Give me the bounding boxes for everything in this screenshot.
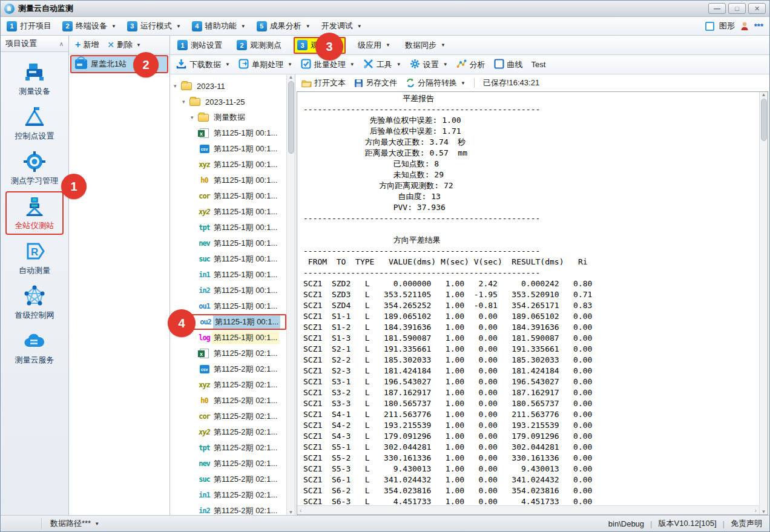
tree-file-item[interactable]: 第1125-1期 00:1... bbox=[174, 125, 286, 141]
tree-folder[interactable]: ▾2023-11 bbox=[174, 78, 286, 94]
tree-file-item[interactable]: in2第1125-2期 02:1... bbox=[174, 503, 286, 515]
tab-5[interactable]: 数据同步▼ bbox=[403, 38, 448, 53]
report-hscrollbar[interactable]: ‹ › bbox=[297, 505, 759, 514]
separator-convert-button[interactable]: 分隔符转换 ▼ bbox=[406, 77, 466, 88]
menu-item-label: 辅助功能 bbox=[205, 21, 237, 31]
save-as-button[interactable]: 另存文件 bbox=[354, 77, 397, 88]
scroll-right-icon[interactable]: › bbox=[755, 507, 757, 514]
scroll-down-icon[interactable]: ▼ bbox=[762, 509, 766, 514]
tab-number-badge: 3 bbox=[297, 40, 308, 50]
app-title: 测量云自动监测 bbox=[18, 3, 73, 14]
sidebar-header[interactable]: 项目设置 ∧ bbox=[1, 36, 68, 52]
sidebar-item-2[interactable]: 控制点设置 bbox=[5, 102, 64, 145]
chevron-down-icon: ▼ bbox=[288, 62, 292, 67]
expand-arrow-icon[interactable]: ▾ bbox=[174, 83, 181, 89]
status-bar: 数据路径*** ▼ bin\Debug|版本V10.12[105]|免责声明 bbox=[1, 515, 769, 531]
status-separator: | bbox=[723, 519, 725, 528]
add-station-button[interactable]: + 新增 bbox=[75, 39, 99, 50]
sidebar-item-5[interactable]: R自动测量 bbox=[5, 236, 64, 280]
tree-file-item[interactable]: tpt第1125-1期 00:1... bbox=[174, 220, 286, 235]
tree-file-item[interactable]: h0第1125-2期 02:1... bbox=[174, 393, 286, 409]
report-text[interactable]: 平差报告 -----------------------------------… bbox=[297, 92, 759, 505]
tree-file-item[interactable]: nev第1125-2期 02:1... bbox=[174, 456, 286, 471]
tree-file-item[interactable]: xyz第1125-2期 02:1... bbox=[174, 377, 286, 393]
expand-arrow-icon[interactable]: ▾ bbox=[191, 114, 198, 120]
filetype-text-icon: ou2 bbox=[200, 317, 211, 327]
tree-file-item[interactable]: xy2第1125-2期 02:1... bbox=[174, 424, 286, 440]
toolbar-button-2[interactable]: 单期处理▼ bbox=[239, 59, 292, 71]
graph-checkbox[interactable] bbox=[705, 22, 714, 31]
menu-item-3[interactable]: 3运行模式▼ bbox=[127, 21, 181, 31]
scroll-down-icon[interactable]: ▼ bbox=[289, 510, 294, 515]
tree-file-item[interactable]: cor第1125-2期 02:1... bbox=[174, 409, 286, 424]
tree-file-item[interactable]: in1第1125-2期 02:1... bbox=[174, 487, 286, 503]
menu-item-5[interactable]: 5成果分析▼ bbox=[257, 21, 311, 31]
expand-arrow-icon[interactable]: ▾ bbox=[182, 99, 189, 105]
minimize-button[interactable]: — bbox=[708, 3, 726, 14]
toolbar-button-label: 下载数据 bbox=[189, 59, 221, 70]
scroll-left-icon[interactable]: ‹ bbox=[300, 507, 301, 514]
user-label[interactable]: *** bbox=[754, 22, 763, 31]
tree-file-item[interactable]: csv第1125-1期 00:1... bbox=[174, 141, 286, 157]
cloud-icon bbox=[23, 330, 46, 353]
tree-file-item[interactable]: nev第1125-1期 00:1... bbox=[174, 235, 286, 251]
open-text-button[interactable]: 打开文本 bbox=[301, 77, 346, 88]
toolbar-button-label: 设置 bbox=[423, 59, 439, 70]
chevron-down-icon: ▼ bbox=[241, 24, 246, 29]
tab-1[interactable]: 1测站设置 bbox=[175, 38, 225, 53]
tree-folder[interactable]: ▾2023-11-25 bbox=[174, 94, 286, 110]
toolbar-button-8[interactable]: Test bbox=[531, 60, 546, 69]
sidebar-item-1[interactable]: 测量设备 bbox=[5, 57, 64, 100]
tree-file-item[interactable]: xy2第1125-1期 00:1... bbox=[174, 204, 286, 220]
sidebar-item-6[interactable]: 首级控制网 bbox=[5, 281, 64, 324]
delete-station-button[interactable]: ✕ 删除 ▼ bbox=[107, 39, 141, 50]
menu-item-6[interactable]: 开发调试▼ bbox=[321, 21, 362, 31]
convert-icon bbox=[406, 78, 415, 88]
close-button[interactable]: ✕ bbox=[748, 3, 766, 14]
scroll-up-icon[interactable]: ▲ bbox=[762, 92, 766, 97]
maximize-button[interactable]: □ bbox=[728, 3, 746, 14]
tree-file-item[interactable]: csv第1125-2期 02:1... bbox=[174, 361, 286, 377]
disclaimer-link[interactable]: 免责声明 bbox=[731, 518, 762, 529]
chevron-down-icon: ▼ bbox=[306, 24, 311, 29]
toolbar-button-5[interactable]: 设置▼ bbox=[410, 59, 448, 71]
chevron-down-icon: ▼ bbox=[441, 42, 446, 48]
tree-file-item[interactable]: in2第1125-1期 00:1... bbox=[174, 283, 286, 298]
scroll-up-icon[interactable]: ▲ bbox=[289, 74, 294, 80]
tree-folder[interactable]: ▾测量数据 bbox=[174, 110, 286, 125]
tab-2[interactable]: 2观测测点 bbox=[234, 38, 284, 53]
file-label: 第1125-2期 02:1... bbox=[212, 394, 279, 407]
tree-file-item[interactable]: 第1125-2期 02:1... bbox=[174, 346, 286, 361]
tree-file-item[interactable]: in1第1125-1期 00:1... bbox=[174, 267, 286, 283]
sidebar-item-4[interactable]: 全站仪测站 bbox=[5, 191, 64, 235]
tree-file-item[interactable]: ou1第1125-1期 00:1... bbox=[174, 298, 286, 314]
report-scrollbar[interactable]: ▲ ▼ bbox=[759, 92, 768, 514]
menu-item-1[interactable]: 1打开项目 bbox=[7, 21, 51, 31]
tree-file-item[interactable]: suc第1125-2期 02:1... bbox=[174, 471, 286, 487]
tree-file-item[interactable]: tpt第1125-2期 02:1... bbox=[174, 440, 286, 456]
tree-scrollbar[interactable]: ▲ ▼ bbox=[286, 74, 295, 515]
excel-file-icon bbox=[199, 349, 209, 359]
menu-item-2[interactable]: 2终端设备▼ bbox=[62, 21, 116, 31]
collapse-icon[interactable]: ∧ bbox=[59, 41, 64, 47]
tab-4[interactable]: 级应用▼ bbox=[355, 38, 393, 53]
tree-file-item[interactable]: cor第1125-1期 00:1... bbox=[174, 188, 286, 204]
toolbar-button-1[interactable]: 下载数据▼ bbox=[176, 59, 230, 71]
tree-file-item[interactable]: xyz第1125-1期 00:1... bbox=[174, 157, 286, 172]
menu-item-4[interactable]: 4辅助功能▼ bbox=[192, 21, 246, 31]
tree-file-item[interactable]: h0第1125-1期 00:1... bbox=[174, 172, 286, 188]
csv-file-icon: csv bbox=[199, 364, 209, 375]
toolbar-button-4[interactable]: 工具▼ bbox=[363, 59, 401, 71]
sidebar-item-7[interactable]: 测量云服务 bbox=[5, 326, 64, 369]
data-path-button[interactable]: 数据路径*** ▼ bbox=[41, 518, 99, 529]
tree-file-item[interactable]: suc第1125-1期 00:1... bbox=[174, 251, 286, 267]
total-station-icon bbox=[23, 195, 46, 219]
filetype-text-icon: ou1 bbox=[199, 301, 209, 312]
menu-item-label: 开发调试 bbox=[321, 21, 353, 31]
sidebar-item-3[interactable]: 测点学习管理 bbox=[5, 146, 64, 190]
toolbar-button-6[interactable]: 分析 bbox=[456, 59, 485, 71]
control-point-icon bbox=[23, 106, 46, 130]
station-label: 屋盖北1站 bbox=[91, 59, 127, 70]
user-icon[interactable] bbox=[740, 21, 749, 31]
toolbar-button-7[interactable]: 曲线 bbox=[494, 59, 523, 71]
